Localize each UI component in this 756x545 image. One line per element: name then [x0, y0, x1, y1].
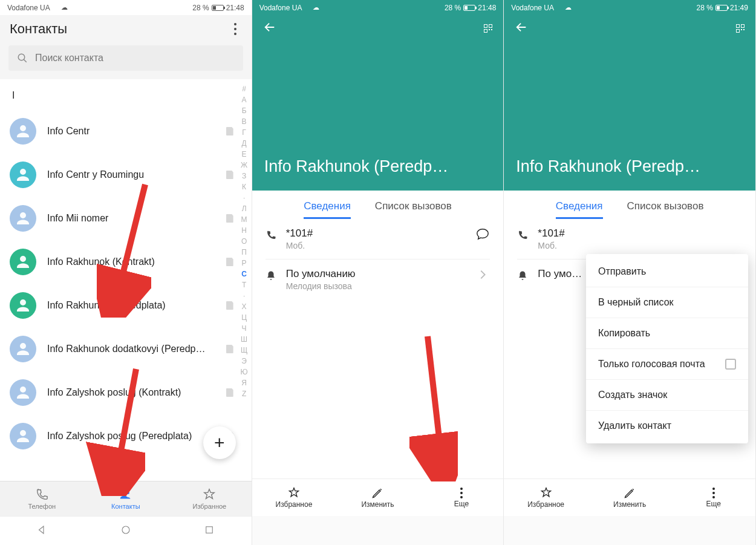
contact-row[interactable]: Info Rakhunok (Kontrakt)	[10, 240, 233, 284]
menu-send[interactable]: Отправить	[586, 256, 748, 287]
cloud-icon: ☁	[313, 4, 319, 11]
system-nav-bar	[504, 516, 755, 545]
avatar	[10, 118, 36, 145]
favorite-button[interactable]: Избранное	[252, 479, 336, 516]
menu-copy[interactable]: Копировать	[586, 318, 748, 348]
contact-header: Vodafone UA ☁ 28 % 21:48 Info Rakhunok (…	[252, 0, 504, 191]
star-icon	[203, 488, 216, 501]
back-button[interactable]	[515, 21, 528, 36]
page-title: Контакты	[10, 21, 67, 37]
status-bar: Vodafone UA ☁ 28 % 21:48	[252, 0, 504, 15]
sim-icon	[226, 171, 233, 179]
contact-name: Info Zalyshok poslug (Kontrakt)	[47, 387, 181, 398]
chevron-right-icon	[475, 268, 490, 281]
phone-icon	[517, 230, 528, 243]
more-button[interactable]: Еще	[420, 479, 504, 516]
overflow-menu-icon[interactable]	[229, 23, 242, 35]
bell-icon	[517, 270, 528, 284]
svg-line-1	[24, 59, 27, 62]
tab-call-log[interactable]: Список вызовов	[627, 200, 704, 219]
sim-icon	[226, 258, 233, 266]
edit-icon	[624, 487, 636, 499]
tab-contacts[interactable]: Контакты	[84, 481, 168, 516]
contact-name: Info Zalyshok poslug (Peredplata)	[47, 431, 192, 442]
contact-detail-panel: Vodafone UA ☁ 28 % 21:48 Info Rakhunok (…	[252, 0, 504, 545]
search-icon	[17, 53, 28, 64]
bell-icon	[266, 270, 276, 284]
phone-number: *101#	[538, 227, 742, 240]
edit-icon	[371, 487, 383, 499]
phone-icon	[266, 230, 276, 243]
contact-detail-with-menu-panel: Vodafone UA ☁ 28 % 21:49 Info Rakhunok (…	[504, 0, 756, 545]
contact-row[interactable]: Info Rakhunok (Peredplata)	[10, 284, 233, 327]
phone-row[interactable]: *101# Моб.	[252, 219, 504, 259]
avatar	[10, 292, 36, 319]
avatar	[10, 162, 36, 188]
svg-line-8	[428, 336, 443, 469]
phone-type: Моб.	[286, 241, 466, 250]
sim-icon	[226, 388, 233, 397]
contact-row[interactable]: Info Rakhunok dodatkovyi (Peredp…	[10, 327, 233, 371]
menu-create-shortcut[interactable]: Создать значок	[586, 379, 748, 410]
contact-name: Info Centr	[47, 126, 90, 137]
contact-row[interactable]: Info Zalyshok poslug (Peredplata)	[10, 414, 233, 458]
menu-voicemail-only[interactable]: Только голосовая почта	[586, 348, 748, 379]
tab-phone[interactable]: Телефон	[0, 481, 84, 516]
home-nav-icon[interactable]	[120, 524, 131, 538]
svg-point-0	[18, 54, 25, 60]
contacts-list-panel: Vodafone UA ☁ 28 % 21:48 Контакты I Info…	[0, 0, 252, 545]
app-header: Контакты	[0, 15, 252, 41]
checkbox[interactable]	[725, 359, 736, 370]
phone-row[interactable]: *101# Моб.	[504, 219, 755, 259]
cloud-icon: ☁	[61, 4, 68, 11]
contact-row[interactable]: Info Centr	[10, 109, 233, 153]
avatar	[10, 249, 36, 275]
avatar	[10, 336, 36, 362]
contact-title: Info Rakhunok (Peredp…	[252, 157, 504, 191]
back-nav-icon[interactable]	[36, 524, 47, 538]
back-button[interactable]	[263, 21, 276, 36]
edit-button[interactable]: Изменить	[336, 479, 420, 516]
contact-row[interactable]: Info Mii nomer	[10, 197, 233, 240]
contact-row[interactable]: Info Centr y Roumingu	[10, 153, 233, 197]
star-icon	[288, 487, 300, 499]
cloud-icon: ☁	[565, 4, 572, 11]
battery-pct: 28 %	[192, 4, 209, 12]
contacts-list[interactable]: I Info Centr Info Centr y Roumingu Info …	[0, 79, 252, 481]
tab-info[interactable]: Сведения	[304, 200, 351, 219]
detail-tabs: Сведения Список вызовов	[252, 191, 504, 219]
more-button[interactable]: Еще	[671, 479, 755, 516]
tab-call-log[interactable]: Список вызовов	[375, 200, 452, 219]
qr-icon[interactable]	[736, 24, 745, 33]
ringtone-value: По умолчанию	[286, 268, 466, 280]
carrier-label: Vodafone UA	[7, 4, 50, 12]
edit-button[interactable]: Изменить	[588, 479, 672, 516]
contact-row[interactable]: Info Zalyshok poslug (Kontrakt)	[10, 371, 233, 414]
action-bar: Избранное Изменить Еще	[252, 478, 504, 516]
status-bar: Vodafone UA ☁ 28 % 21:48	[0, 0, 252, 15]
tab-info[interactable]: Сведения	[556, 200, 603, 219]
sim-icon	[226, 301, 233, 310]
status-bar: Vodafone UA ☁ 28 % 21:49	[504, 0, 755, 15]
menu-delete-contact[interactable]: Удалить контакт	[586, 410, 748, 441]
contact-title: Info Rakhunok (Peredp…	[504, 157, 755, 191]
battery-icon	[463, 5, 475, 11]
qr-icon[interactable]	[484, 24, 492, 33]
add-contact-fab[interactable]: +	[203, 426, 236, 459]
ringtone-row[interactable]: По умолчанию Мелодия вызова	[252, 259, 504, 299]
menu-blacklist[interactable]: В черный список	[586, 287, 748, 318]
star-icon	[540, 487, 552, 499]
tab-favorites[interactable]: Избранное	[168, 481, 252, 516]
favorite-button[interactable]: Избранное	[504, 479, 588, 516]
more-icon	[455, 488, 468, 498]
phone-icon	[35, 488, 48, 501]
avatar	[10, 423, 36, 449]
alphabet-index[interactable]: # А Б В Г Д Е Ж З К · Л М Н О П Р С Т · …	[241, 85, 248, 398]
message-icon[interactable]	[475, 227, 490, 241]
recents-nav-icon[interactable]	[204, 524, 215, 538]
search-input[interactable]	[8, 45, 243, 71]
ringtone-label: Мелодия вызова	[286, 281, 466, 291]
section-header: I	[10, 86, 233, 109]
contact-header: Vodafone UA ☁ 28 % 21:49 Info Rakhunok (…	[504, 0, 755, 191]
contact-name: Info Rakhunok (Kontrakt)	[47, 256, 155, 267]
